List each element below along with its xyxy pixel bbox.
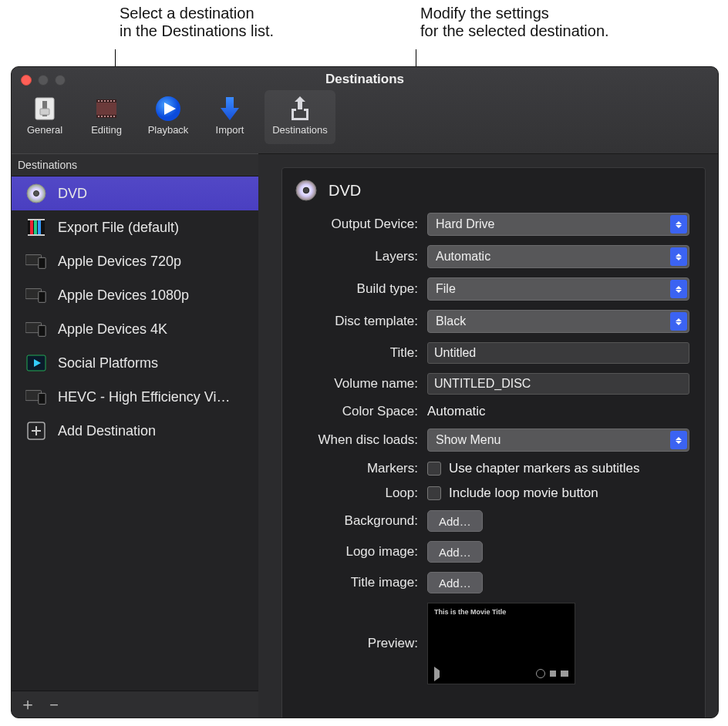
callout-left: Select a destination in the Destinations…	[120, 5, 397, 40]
label-color-space: Color Space:	[342, 404, 418, 419]
svg-rect-11	[113, 100, 115, 102]
svg-rect-37	[39, 393, 46, 404]
preview-title-text: This is the Movie Title	[434, 608, 506, 616]
panel-title: DVD	[329, 182, 361, 200]
label-when-disc-loads: When disc loads:	[318, 432, 418, 448]
svg-rect-33	[39, 325, 46, 336]
devices-icon	[25, 318, 47, 340]
svg-rect-26	[28, 219, 45, 220]
share-box-icon	[283, 93, 317, 124]
svg-rect-9	[107, 100, 109, 102]
chevron-updown-icon	[670, 431, 687, 449]
sidebar-item-apple-4k[interactable]: Apple Devices 4K	[12, 312, 258, 346]
svg-rect-27	[28, 234, 45, 236]
svg-point-21	[34, 191, 39, 197]
disc-icon	[25, 183, 47, 204]
label-build-type: Build type:	[357, 281, 418, 297]
checkbox-icon	[427, 486, 441, 500]
toolbar-playback[interactable]: Playback	[141, 90, 195, 144]
svg-rect-31	[39, 291, 46, 302]
input-title[interactable]: Untitled	[427, 342, 689, 364]
label-markers: Markers:	[367, 461, 418, 476]
sidebar-item-apple-720p[interactable]: Apple Devices 720p	[12, 244, 258, 278]
svg-rect-8	[104, 100, 106, 102]
devices-icon	[25, 284, 47, 306]
play-icon	[434, 667, 447, 681]
label-layers: Layers:	[375, 249, 418, 264]
toolbar-destinations[interactable]: Destinations	[265, 90, 335, 144]
sidebar-item-label: Apple Devices 4K	[58, 321, 167, 338]
chevron-updown-icon	[670, 312, 687, 331]
sidebar-item-add-destination[interactable]: Add Destination	[12, 414, 258, 448]
svg-rect-12	[98, 116, 99, 117]
annotation-callouts: Select a destination in the Destinations…	[0, 5, 728, 66]
checkbox-icon	[427, 462, 441, 476]
stop-icon	[550, 671, 556, 677]
label-volume-name: Volume name:	[334, 376, 418, 392]
label-background: Background:	[345, 513, 418, 529]
svg-rect-25	[38, 220, 41, 234]
titlebar: Destinations General	[12, 67, 718, 154]
label-loop: Loop:	[385, 486, 418, 501]
preview-controls	[434, 668, 568, 679]
label-title: Title:	[390, 345, 418, 361]
disc-icon	[295, 179, 318, 202]
select-layers[interactable]: Automatic	[427, 245, 689, 268]
svg-rect-7	[101, 100, 103, 102]
button-add-logo[interactable]: Add…	[427, 541, 483, 563]
checkbox-loop[interactable]: Include loop movie button	[427, 486, 689, 501]
loop-icon	[536, 669, 545, 678]
social-icon	[25, 352, 47, 374]
value-color-space: Automatic	[427, 404, 689, 419]
filmstrip-color-icon	[25, 217, 47, 238]
svg-rect-24	[34, 220, 37, 234]
svg-rect-13	[101, 116, 103, 117]
sidebar-item-label: Export File (default)	[58, 220, 179, 236]
download-arrow-icon	[213, 93, 247, 124]
preview-thumbnail: This is the Movie Title	[427, 603, 575, 684]
svg-point-40	[303, 187, 309, 193]
filmstrip-icon	[89, 93, 123, 124]
toolbar-general[interactable]: General	[18, 90, 72, 144]
play-circle-icon	[151, 93, 185, 124]
sidebar-item-apple-1080p[interactable]: Apple Devices 1080p	[12, 278, 258, 312]
plus-box-icon	[25, 420, 47, 442]
button-add-background[interactable]: Add…	[427, 510, 483, 532]
checkbox-markers[interactable]: Use chapter markers as subtitles	[427, 461, 689, 476]
panel-header: DVD	[295, 179, 693, 202]
svg-rect-14	[104, 116, 106, 117]
select-build-type[interactable]: File	[427, 277, 689, 301]
svg-rect-6	[98, 100, 99, 102]
callout-right: Modify the settings for the selected des…	[420, 5, 713, 40]
remove-destination-button[interactable]: －	[46, 696, 62, 713]
sidebar-item-label: HEVC - High Efficiency Vi…	[58, 389, 230, 405]
sidebar-item-hevc[interactable]: HEVC - High Efficiency Vi…	[12, 380, 258, 414]
add-destination-button[interactable]: ＋	[19, 696, 36, 713]
sidebar-item-dvd[interactable]: DVD	[12, 176, 258, 210]
toolbar-import[interactable]: Import	[203, 90, 257, 144]
select-when-disc-loads[interactable]: Show Menu	[427, 429, 689, 452]
devices-icon	[25, 386, 47, 408]
devices-icon	[25, 250, 47, 272]
sidebar-list: DVD Export File (default) Apple Devices …	[12, 176, 258, 691]
sidebar-header: Destinations	[12, 153, 258, 176]
label-logo-image: Logo image:	[345, 544, 418, 560]
select-disc-template[interactable]: Black	[427, 310, 689, 333]
settings-panel: DVD Output Device: Hard Drive Layers: Au…	[258, 153, 718, 718]
select-output-device[interactable]: Hard Drive	[427, 213, 689, 236]
sidebar-item-label: Apple Devices 720p	[58, 254, 181, 270]
preferences-window: Destinations General	[11, 66, 719, 718]
sidebar-item-export-file[interactable]: Export File (default)	[12, 210, 258, 244]
svg-rect-23	[30, 220, 33, 234]
svg-rect-15	[107, 116, 109, 117]
button-add-title-image[interactable]: Add…	[427, 572, 483, 593]
svg-rect-29	[39, 257, 46, 268]
input-volume-name[interactable]: UNTITLED_DISC	[427, 373, 689, 395]
label-output-device: Output Device:	[332, 217, 418, 232]
toolbar-editing[interactable]: Editing	[79, 90, 133, 144]
label-disc-template: Disc template:	[335, 314, 418, 329]
sidebar-item-social[interactable]: Social Platforms	[12, 346, 258, 380]
menu-icon	[561, 671, 568, 677]
sidebar-item-label: Apple Devices 1080p	[58, 287, 189, 304]
chevron-updown-icon	[670, 280, 687, 298]
